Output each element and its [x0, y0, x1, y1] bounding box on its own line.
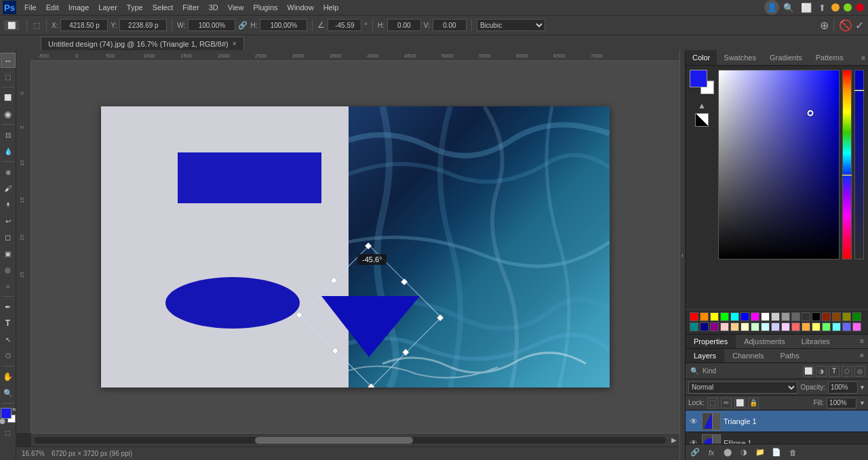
account-icon[interactable]: 👤 [764, 0, 779, 15]
clone-stamp[interactable]: 🖈 [1, 197, 16, 212]
h-input[interactable] [260, 19, 307, 31]
hue-slider[interactable] [842, 70, 852, 259]
tab-close[interactable]: × [233, 40, 237, 47]
swatch-lightcyan[interactable] [832, 322, 841, 331]
adjustment-layer-icon[interactable]: ◑ [737, 446, 751, 459]
smart-filter-icon[interactable]: ◎ [854, 366, 865, 377]
kind-filter-icon[interactable]: 🔍 [688, 365, 701, 377]
move-tool[interactable]: ↔ [1, 53, 16, 68]
gradient-tool[interactable]: ▣ [1, 246, 16, 261]
lock-position-icon[interactable]: ✏ [721, 398, 732, 409]
reset-colors-icon[interactable]: ⬤ [0, 418, 5, 424]
adjustment-filter-icon[interactable]: ◑ [816, 366, 827, 377]
history-brush[interactable]: ↩ [1, 213, 16, 228]
artboard-tool[interactable]: ⬚ [1, 69, 16, 84]
swatch-purple[interactable] [710, 322, 719, 331]
alpha-slider[interactable] [854, 70, 864, 259]
swatch-white[interactable] [761, 312, 770, 321]
share-icon[interactable]: ⬆ [818, 3, 826, 13]
color-picker-box[interactable] [718, 70, 840, 259]
horizontal-scrollbar[interactable]: ▶ [31, 433, 679, 446]
fill-input[interactable] [827, 398, 856, 409]
hand-tool[interactable]: ✋ [1, 369, 16, 384]
lasso-tool[interactable]: ◉ [1, 106, 16, 121]
swatch-midgray[interactable] [781, 312, 790, 321]
eraser-tool[interactable]: ◻ [1, 230, 16, 245]
tab-patterns[interactable]: Patterns [809, 50, 850, 65]
delete-layer-icon[interactable]: 🗑 [786, 446, 800, 459]
layer-visibility-ellipse[interactable]: 👁 [688, 438, 699, 444]
swatch-amber[interactable] [802, 322, 810, 331]
menu-file[interactable]: File [20, 2, 41, 13]
swatch-cornflower[interactable] [842, 322, 851, 331]
canvas-scroll-area[interactable]: -45.6° [31, 61, 679, 433]
x-input[interactable] [60, 19, 108, 31]
menu-edit[interactable]: Edit [42, 2, 63, 13]
angle-input[interactable] [328, 19, 361, 31]
tab-adjustments[interactable]: Adjustments [736, 335, 793, 348]
tab-swatches[interactable]: Swatches [717, 50, 763, 65]
swatch-teal[interactable] [690, 322, 698, 331]
lock-artboard-icon[interactable]: ⬜ [734, 398, 745, 409]
swatch-darkgray[interactable] [802, 312, 810, 321]
swatch-lime[interactable] [822, 322, 831, 331]
lock-pixels-icon[interactable]: ⬚ [707, 398, 718, 409]
pen-tool[interactable]: ✒ [1, 299, 16, 314]
group-layers-icon[interactable]: 📁 [753, 446, 767, 459]
color-swatches[interactable]: ⇆ ⬤ [1, 408, 16, 423]
swatch-orange[interactable] [700, 312, 709, 321]
layer-item-ellipse[interactable]: 👁 Ellipse 1 [686, 432, 868, 444]
swatch-ltgray[interactable] [771, 312, 780, 321]
swatch-dkgray[interactable] [791, 312, 800, 321]
dodge-tool[interactable]: ○ [1, 278, 16, 293]
blend-mode-select[interactable]: Normal Multiply Screen Overlay [688, 381, 797, 394]
blur-tool[interactable]: ◎ [1, 262, 16, 277]
confirm-transform-btn[interactable]: ✓ [855, 19, 864, 32]
swatch-olive[interactable] [842, 312, 851, 321]
fx-icon[interactable]: fx [705, 446, 718, 459]
minimize-btn[interactable] [831, 3, 840, 12]
document-tab[interactable]: Untitled design (74).jpg @ 16.7% (Triang… [41, 37, 244, 50]
swatch-ltgreen[interactable] [751, 322, 760, 331]
opacity-input[interactable] [828, 381, 858, 394]
swatch-brown[interactable] [832, 312, 841, 321]
swatch-darkred[interactable] [822, 312, 831, 321]
swatch-cyan[interactable] [730, 312, 739, 321]
swatch-dkgreen[interactable] [852, 312, 861, 321]
swatch-red[interactable] [690, 312, 698, 321]
tab-properties[interactable]: Properties [686, 335, 736, 348]
foreground-color[interactable] [1, 408, 12, 419]
menu-view[interactable]: View [224, 2, 248, 13]
link-wh-icon[interactable]: 🔗 [238, 21, 248, 30]
swatch-brightyellow[interactable] [812, 322, 821, 331]
menu-help[interactable]: Help [319, 2, 343, 13]
swatch-blue[interactable] [741, 312, 749, 321]
arrange-windows-icon[interactable]: ⬜ [801, 3, 812, 13]
pixel-filter-icon[interactable]: ⬜ [803, 366, 814, 377]
panel-menu-icon[interactable]: ≡ [861, 54, 865, 62]
swatch-yellow[interactable] [710, 312, 719, 321]
layers-menu-icon[interactable]: ≡ [856, 349, 868, 362]
path-selection[interactable]: ↖ [1, 332, 16, 347]
swatch-pink[interactable] [852, 322, 861, 331]
tab-layers[interactable]: Layers [686, 349, 724, 362]
swatch-magenta[interactable] [751, 312, 760, 321]
tab-color[interactable]: Color [686, 50, 717, 65]
v-skew-input[interactable] [433, 19, 467, 31]
w-input[interactable] [188, 19, 235, 31]
mask-mode[interactable]: ⬚ [1, 425, 16, 440]
menu-plugins[interactable]: Plugins [249, 2, 281, 13]
menu-image[interactable]: Image [64, 2, 94, 13]
transform-controls-btn[interactable]: ⬜ [4, 20, 19, 30]
menu-type[interactable]: Type [123, 2, 147, 13]
tab-gradients[interactable]: Gradients [763, 50, 809, 65]
menu-layer[interactable]: Layer [94, 2, 121, 13]
swatch-black[interactable] [812, 312, 821, 321]
add-mask-icon[interactable]: ⬤ [721, 446, 734, 459]
swatch-navy[interactable] [700, 322, 709, 331]
marquee-tool[interactable]: ⬜ [1, 90, 16, 105]
swatch-salmonred[interactable] [791, 322, 800, 331]
warp-icon[interactable]: ⊕ [820, 19, 829, 32]
menu-select[interactable]: Select [149, 2, 178, 13]
menu-filter[interactable]: Filter [178, 2, 203, 13]
